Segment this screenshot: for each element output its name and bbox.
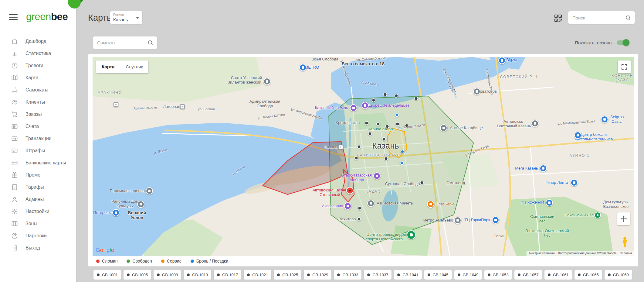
sidebar-item-logout[interactable]: Выход <box>0 242 76 254</box>
search-input[interactable] <box>572 15 625 21</box>
poi-blue-marker[interactable] <box>498 57 506 64</box>
fullscreen-button[interactable] <box>618 60 631 73</box>
poi-purple-marker[interactable] <box>361 102 369 109</box>
menu-toggle-icon[interactable] <box>9 13 18 22</box>
scooter-chip[interactable]: GB-1025 <box>274 270 301 280</box>
scooter-chip[interactable]: GB-1053 <box>484 270 512 280</box>
scooter-marker[interactable] <box>372 98 376 102</box>
poi-gray-marker[interactable] <box>440 124 447 132</box>
poi-gray-marker[interactable] <box>473 88 480 95</box>
poi-purple-marker[interactable] <box>373 172 381 180</box>
scooter-marker[interactable] <box>357 145 361 149</box>
scooter-marker[interactable] <box>395 122 399 126</box>
scooter-marker[interactable] <box>385 124 389 128</box>
map-type-satellite-button[interactable]: Спутник <box>120 60 148 73</box>
scooter-chip[interactable]: GB-1009 <box>154 270 181 280</box>
scooter-marker[interactable] <box>405 123 409 127</box>
pegman-icon[interactable] <box>621 236 629 247</box>
scooter-chip[interactable]: GB-1001 <box>93 270 121 280</box>
map-type-map-button[interactable]: Карта <box>96 60 120 73</box>
scooter-marker[interactable] <box>368 132 372 136</box>
scooter-marker[interactable] <box>376 122 380 126</box>
sidebar-item-map[interactable]: Карта <box>0 72 76 84</box>
scooter-chip[interactable]: GB-1033 <box>334 270 361 280</box>
sidebar-item-transactions[interactable]: Транзакции <box>0 132 76 145</box>
scooter-chip[interactable]: GB-1005 <box>124 270 151 280</box>
poi-blue-marker[interactable] <box>112 209 120 216</box>
poi-gray-marker[interactable] <box>263 78 271 85</box>
sidebar-item-cards[interactable]: Банковские карты <box>0 157 76 169</box>
scooter-chip[interactable]: GB-1013 <box>184 270 211 280</box>
sidebar-item-zones[interactable]: Зоны <box>0 218 76 230</box>
poi-blue-marker[interactable] <box>492 216 499 224</box>
poi-blue-marker[interactable] <box>571 179 578 186</box>
scooter-chip[interactable]: GB-1061 <box>544 270 572 280</box>
poi-orange-marker[interactable] <box>427 201 434 208</box>
scooter-search-input[interactable] <box>97 40 147 46</box>
poi-blue-marker[interactable] <box>601 116 608 123</box>
scooter-chip[interactable]: GB-1045 <box>424 270 452 280</box>
sidebar-item-fines[interactable]: Штрафы <box>0 145 76 157</box>
recenter-button[interactable] <box>617 212 630 225</box>
legend-label: Бронь / Поездка <box>196 259 228 263</box>
scooter-marker[interactable] <box>358 206 362 210</box>
scooter-chip[interactable]: GB-1029 <box>304 270 331 280</box>
ride-marker[interactable] <box>401 150 405 154</box>
map-canvas[interactable]: Козья СлободаСвято-Успенский Зилантов же… <box>93 57 634 256</box>
qr-scan-button[interactable] <box>554 14 563 23</box>
poi-blue-marker[interactable] <box>540 165 547 172</box>
poi-gray-marker[interactable] <box>367 200 375 207</box>
sidebar-item-clients[interactable]: Клиенты <box>0 96 76 108</box>
scooter-marker[interactable] <box>395 94 398 98</box>
sidebar-item-admins[interactable]: Админы <box>0 193 76 205</box>
terms-link[interactable]: Условия <box>620 252 632 255</box>
poi-purple-marker[interactable] <box>350 104 357 112</box>
sidebar-item-parking[interactable]: Парковки <box>0 230 76 242</box>
sidebar-item-home[interactable]: Дашборд <box>0 35 76 47</box>
poi-purple-marker[interactable] <box>344 202 351 210</box>
scooter-marker[interactable] <box>383 93 387 97</box>
scooter-marker[interactable] <box>384 157 388 161</box>
station-marker[interactable] <box>338 145 343 150</box>
poi-green-sm-marker[interactable] <box>594 212 601 218</box>
sidebar-item-tariffs[interactable]: Тарифы <box>0 181 76 193</box>
station-marker[interactable] <box>180 104 185 109</box>
geozones-toggle[interactable] <box>617 39 629 46</box>
region-selector[interactable]: Регион Казань <box>110 11 142 24</box>
poi-green-lg-marker[interactable] <box>407 230 416 239</box>
scooter-chip[interactable]: GB-1017 <box>214 270 241 280</box>
scooter-marker[interactable] <box>382 137 386 141</box>
poi-blue-marker[interactable] <box>546 199 553 206</box>
keyboard-shortcuts-link[interactable]: Быстрые клавиши <box>529 252 555 255</box>
scooter-marker[interactable] <box>357 217 361 221</box>
scooter-chip[interactable]: GB-1065 <box>575 270 602 280</box>
sidebar-item-scooter[interactable]: Самокаты <box>0 84 76 96</box>
pin-red-marker[interactable] <box>346 187 354 194</box>
scooter-chip[interactable]: GB-1069 <box>605 270 632 280</box>
sidebar-item-orders[interactable]: Заказы <box>0 108 76 120</box>
scooter-marker[interactable] <box>365 121 369 125</box>
poi-gray-marker[interactable] <box>137 201 144 208</box>
scooter-marker[interactable] <box>354 156 358 160</box>
sidebar-item-stats[interactable]: Статистика <box>0 47 76 60</box>
station-marker[interactable] <box>114 102 118 107</box>
poi-gray-marker[interactable] <box>531 120 539 127</box>
scooter-marker[interactable] <box>414 96 418 100</box>
scooter-chip[interactable]: GB-1021 <box>244 270 271 280</box>
dot-gray-marker[interactable] <box>463 182 466 184</box>
sidebar-item-alert[interactable]: Тревоги <box>0 60 76 72</box>
sidebar-item-settings[interactable]: Настройки <box>0 205 76 218</box>
ride-marker[interactable] <box>395 113 399 117</box>
poi-gray-marker[interactable] <box>146 187 153 194</box>
scooter-chip[interactable]: GB-1049 <box>454 270 482 280</box>
scooter-chip[interactable]: GB-1037 <box>364 270 391 280</box>
scooter-marker[interactable] <box>420 181 424 184</box>
scooter-chip[interactable]: GB-1057 <box>514 270 542 280</box>
scooter-chip[interactable]: GB-1041 <box>394 270 422 280</box>
poi-blue-marker[interactable] <box>299 64 307 71</box>
sidebar-item-bills[interactable]: Счета <box>0 120 76 132</box>
poi-gray-marker[interactable] <box>454 217 461 224</box>
ride-marker[interactable] <box>400 161 404 165</box>
poi-blue-marker[interactable] <box>574 132 581 139</box>
sidebar-item-promo[interactable]: Промо <box>0 169 76 181</box>
